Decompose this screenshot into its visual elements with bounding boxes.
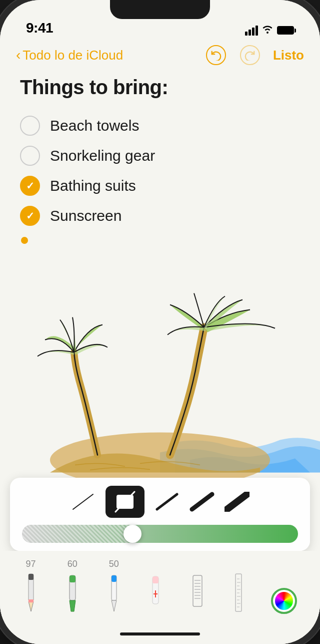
back-label: Todo lo de iCloud bbox=[22, 48, 123, 63]
app-content: ‹ Todo lo de iCloud bbox=[0, 40, 320, 644]
checkbox-2[interactable] bbox=[20, 146, 40, 166]
home-bar bbox=[120, 632, 200, 635]
drawing-area[interactable] bbox=[0, 277, 320, 478]
marker-number: 60 bbox=[68, 559, 78, 569]
svg-marker-13 bbox=[70, 600, 76, 611]
checklist-text-4: Sunscreen bbox=[50, 207, 122, 224]
drawing-toolbar bbox=[10, 478, 310, 551]
eraser-tool[interactable] bbox=[148, 571, 164, 614]
status-icons bbox=[245, 25, 294, 36]
checklist-text-2: Snorkeling gear bbox=[50, 147, 155, 164]
note-content: Things to bring: Beach towels Snorkeling… bbox=[0, 72, 320, 277]
svg-rect-18 bbox=[152, 576, 158, 583]
checklist: Beach towels Snorkeling gear Bathing sui… bbox=[20, 111, 300, 231]
shading-tool[interactable] bbox=[189, 571, 206, 614]
nav-bar: ‹ Todo lo de iCloud bbox=[0, 40, 320, 72]
notch bbox=[110, 0, 210, 19]
done-button[interactable]: Listo bbox=[273, 48, 304, 63]
svg-rect-12 bbox=[70, 575, 76, 582]
note-title: Things to bring: bbox=[20, 76, 300, 99]
pencil-icon bbox=[23, 571, 39, 614]
marker-tool[interactable]: 60 bbox=[64, 559, 80, 614]
list-item[interactable]: Beach towels bbox=[20, 111, 300, 141]
redo-icon bbox=[240, 45, 260, 65]
pen-number: 50 bbox=[109, 559, 119, 569]
home-indicator bbox=[0, 624, 320, 644]
pen-icon bbox=[106, 571, 122, 614]
size-slider[interactable] bbox=[22, 525, 298, 543]
marker-icon bbox=[64, 571, 80, 614]
battery-icon bbox=[277, 26, 294, 35]
svg-line-4 bbox=[157, 494, 177, 509]
signal-icon bbox=[245, 26, 258, 36]
svg-rect-15 bbox=[112, 575, 116, 582]
slider-pattern bbox=[22, 525, 138, 543]
checkbox-1[interactable] bbox=[20, 116, 40, 136]
undo-button[interactable] bbox=[205, 44, 227, 66]
svg-line-1 bbox=[73, 494, 93, 509]
pencil-number: 97 bbox=[26, 559, 36, 569]
status-time: 9:41 bbox=[26, 20, 53, 36]
nav-actions: Listo bbox=[205, 44, 304, 66]
tools-row: 97 60 50 bbox=[0, 551, 320, 624]
list-item[interactable]: Snorkeling gear bbox=[20, 141, 300, 171]
slider-thumb[interactable] bbox=[124, 525, 142, 543]
svg-rect-8 bbox=[28, 574, 34, 580]
pencil-tool[interactable]: 97 bbox=[23, 559, 39, 614]
svg-line-5 bbox=[192, 494, 212, 509]
color-wheel-icon bbox=[275, 592, 293, 610]
brush-option-extra-thick[interactable] bbox=[224, 492, 250, 512]
list-item[interactable]: Bathing suits bbox=[20, 171, 300, 201]
svg-marker-16 bbox=[112, 600, 116, 611]
shading-icon bbox=[189, 571, 206, 614]
brush-options bbox=[20, 486, 300, 518]
svg-rect-10 bbox=[28, 599, 34, 602]
eraser-icon bbox=[148, 571, 164, 614]
svg-marker-9 bbox=[28, 601, 34, 611]
back-chevron-icon: ‹ bbox=[16, 47, 20, 63]
slider-track[interactable] bbox=[22, 525, 298, 543]
phone-frame: 9:41 ‹ Todo lo de iCloud bbox=[0, 0, 320, 644]
svg-line-6 bbox=[227, 494, 247, 509]
checkbox-4[interactable] bbox=[20, 206, 40, 226]
back-button[interactable]: ‹ Todo lo de iCloud bbox=[16, 47, 123, 63]
ruler-icon bbox=[232, 571, 246, 614]
color-wheel-button[interactable] bbox=[271, 588, 297, 614]
brush-option-block[interactable] bbox=[106, 486, 144, 518]
ruler-tool[interactable] bbox=[232, 571, 246, 614]
checklist-text-3: Bathing suits bbox=[50, 177, 136, 194]
brush-option-medium[interactable] bbox=[154, 492, 180, 512]
redo-button[interactable] bbox=[239, 44, 261, 66]
brush-option-thick[interactable] bbox=[190, 492, 214, 512]
list-item[interactable]: Sunscreen bbox=[20, 201, 300, 231]
checklist-text-1: Beach towels bbox=[50, 117, 139, 134]
undo-icon bbox=[206, 45, 226, 65]
wifi-icon bbox=[262, 25, 273, 36]
pen-tool[interactable]: 50 bbox=[106, 559, 122, 614]
drawing-canvas[interactable] bbox=[0, 277, 320, 478]
checkbox-3[interactable] bbox=[20, 176, 40, 196]
brush-option-thin[interactable] bbox=[70, 492, 96, 512]
yellow-dot bbox=[21, 237, 28, 244]
